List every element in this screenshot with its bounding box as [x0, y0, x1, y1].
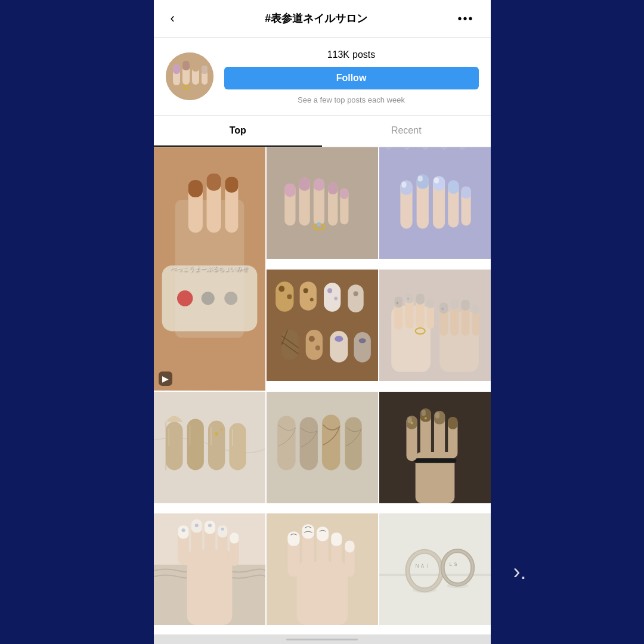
svg-point-149 — [221, 528, 224, 531]
svg-rect-115 — [345, 417, 361, 470]
grid-image-11-svg — [267, 513, 378, 625]
svg-rect-7 — [192, 62, 199, 72]
more-options-button[interactable]: ••• — [453, 10, 478, 28]
svg-point-109 — [220, 428, 222, 430]
svg-rect-31 — [328, 182, 338, 194]
svg-point-59 — [327, 288, 332, 293]
phone-screen: ‹ #表参道ネイルサロン ••• — [154, 0, 491, 644]
svg-rect-28 — [284, 184, 295, 197]
overlay-text-1: べっこうまーぶるちょいみせ — [171, 265, 248, 273]
tab-recent[interactable]: Recent — [322, 116, 491, 147]
profile-subtitle: See a few top posts each week — [224, 95, 479, 104]
svg-rect-162 — [345, 541, 354, 553]
svg-rect-114 — [321, 414, 339, 470]
follow-button[interactable]: Follow — [224, 67, 479, 89]
tab-top[interactable]: Top — [154, 116, 323, 147]
grid-item-2[interactable] — [267, 147, 378, 259]
svg-rect-119 — [414, 458, 456, 463]
svg-rect-55 — [299, 281, 316, 311]
grid-item-6[interactable]: ✦ ✦ ✦ — [379, 270, 491, 381]
grid-cell-5 — [267, 270, 378, 381]
posts-label: posts — [352, 49, 375, 60]
svg-rect-102 — [208, 420, 224, 470]
svg-rect-67 — [305, 330, 322, 360]
back-button[interactable]: ‹ — [166, 8, 179, 29]
svg-point-60 — [334, 296, 338, 300]
svg-rect-30 — [313, 179, 324, 191]
avatar — [166, 52, 213, 100]
svg-point-57 — [309, 298, 313, 301]
svg-rect-160 — [316, 527, 328, 541]
svg-point-73 — [358, 338, 366, 343]
svg-point-173 — [447, 584, 468, 589]
svg-rect-101 — [187, 419, 203, 470]
svg-point-53 — [278, 286, 284, 292]
svg-point-131 — [410, 422, 413, 424]
svg-rect-63 — [281, 330, 298, 360]
posts-number: 113K — [327, 49, 349, 60]
svg-rect-48 — [401, 182, 406, 188]
grid-item-7[interactable] — [154, 392, 265, 503]
grid-item-8[interactable] — [267, 392, 378, 503]
svg-rect-46 — [448, 181, 459, 194]
page-title: #表参道ネイルサロン — [265, 11, 367, 26]
grid-item-5[interactable] — [267, 270, 378, 381]
svg-rect-61 — [348, 284, 363, 312]
grid-cell-3: ◈◈◈◈◈ — [379, 147, 491, 259]
svg-rect-95 — [461, 299, 469, 310]
svg-rect-103 — [229, 423, 246, 470]
svg-point-147 — [194, 524, 198, 527]
grid-cell-6: ✦ ✦ ✦ — [379, 270, 491, 381]
side-chevron[interactable]: ›. — [513, 559, 527, 584]
grid-item-11[interactable] — [267, 513, 378, 625]
svg-text:ＬＳ: ＬＳ — [448, 562, 458, 567]
svg-point-172 — [412, 587, 436, 593]
grid-cell-7 — [154, 392, 265, 503]
svg-rect-165 — [379, 574, 491, 576]
svg-point-54 — [287, 294, 292, 299]
grid-image-10-svg — [154, 513, 265, 625]
grid-image-8-svg — [267, 392, 378, 503]
svg-point-108 — [215, 432, 218, 435]
svg-point-56 — [303, 288, 308, 293]
svg-rect-47 — [461, 187, 470, 199]
svg-rect-143 — [204, 521, 215, 534]
grid-cell-9 — [379, 392, 491, 503]
grid-cell-10 — [154, 513, 265, 625]
grid-cell-11 — [267, 513, 378, 625]
svg-rect-70 — [330, 331, 348, 363]
svg-text:✦: ✦ — [395, 300, 400, 305]
posts-count: 113K posts — [224, 48, 479, 61]
grid-item-1[interactable]: べっこうまーぶるちょいみせ ▶ — [154, 147, 265, 391]
grid-cell-12: ＮＡＩ ＬＳ — [379, 513, 491, 625]
svg-rect-130 — [435, 412, 439, 418]
profile-section: 113K posts Follow See a few top posts ea… — [154, 38, 491, 116]
svg-rect-161 — [331, 533, 342, 546]
video-indicator-1: ▶ — [159, 371, 172, 386]
avatar-image — [166, 52, 213, 100]
svg-rect-32 — [340, 188, 348, 199]
svg-rect-94 — [450, 298, 459, 309]
grid-image-2-svg — [267, 147, 378, 259]
svg-point-15 — [224, 292, 237, 305]
svg-text:◈◈◈◈◈: ◈◈◈◈◈ — [379, 147, 472, 153]
scroll-bar — [286, 639, 358, 640]
grid-item-12[interactable]: ＮＡＩ ＬＳ — [379, 513, 491, 625]
svg-point-13 — [177, 290, 192, 306]
grid-item-3[interactable]: ◈◈◈◈◈ — [379, 147, 491, 259]
svg-rect-49 — [417, 176, 422, 182]
svg-rect-5 — [173, 64, 180, 74]
svg-point-148 — [208, 524, 211, 527]
grid-image-6-svg: ✦ ✦ ✦ — [379, 270, 491, 381]
grid-image-7-svg — [154, 392, 265, 503]
grid-item-10[interactable] — [154, 513, 265, 625]
svg-text:✦: ✦ — [406, 296, 410, 301]
svg-rect-19 — [188, 180, 202, 197]
svg-point-68 — [308, 336, 314, 342]
grid-cell-2 — [267, 147, 378, 259]
svg-rect-6 — [182, 61, 190, 70]
grid-item-9[interactable] — [379, 392, 491, 503]
svg-point-132 — [424, 417, 426, 419]
svg-rect-112 — [277, 416, 295, 470]
svg-text:✦: ✦ — [441, 306, 445, 311]
